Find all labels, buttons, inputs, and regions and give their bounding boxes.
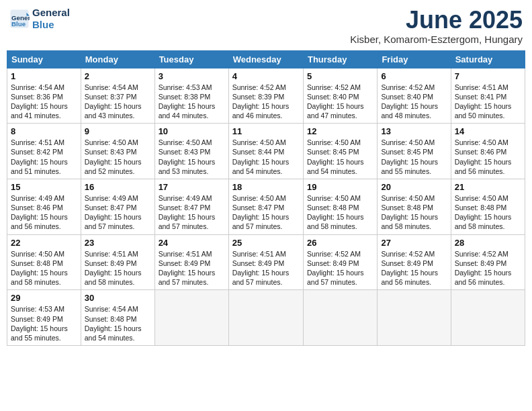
calendar-cell: 18 Sunrise: 4:50 AMSunset: 8:47 PMDaylig… [228, 179, 303, 234]
logo-line1: General [32, 7, 70, 19]
day-number: 24 [159, 238, 225, 248]
page-header: General Blue General Blue June 2025 Kisb… [7, 7, 525, 45]
calendar-cell: 3 Sunrise: 4:53 AMSunset: 8:38 PMDayligh… [154, 68, 228, 124]
calendar-cell [378, 290, 451, 346]
day-info: Sunrise: 4:50 AMSunset: 8:43 PMDaylight:… [159, 138, 225, 176]
weekday-header-friday: Friday [378, 50, 451, 68]
calendar-cell: 8 Sunrise: 4:51 AMSunset: 8:42 PMDayligh… [7, 124, 81, 179]
day-number: 29 [11, 293, 77, 303]
day-number: 9 [85, 126, 151, 136]
title-block: June 2025 Kisber, Komarom-Esztergom, Hun… [350, 7, 523, 45]
calendar-cell: 26 Sunrise: 4:52 AMSunset: 8:49 PMDaylig… [303, 234, 377, 290]
day-info: Sunrise: 4:50 AMSunset: 8:45 PMDaylight:… [381, 138, 447, 176]
calendar-cell [154, 290, 228, 346]
day-number: 28 [455, 238, 521, 248]
day-info: Sunrise: 4:52 AMSunset: 8:40 PMDaylight:… [307, 83, 373, 121]
calendar-cell: 12 Sunrise: 4:50 AMSunset: 8:45 PMDaylig… [303, 124, 377, 179]
logo-icon: General Blue [9, 9, 30, 29]
day-info: Sunrise: 4:51 AMSunset: 8:49 PMDaylight:… [232, 249, 300, 287]
calendar-cell: 22 Sunrise: 4:50 AMSunset: 8:48 PMDaylig… [7, 234, 81, 290]
day-number: 21 [455, 182, 521, 192]
calendar-cell: 24 Sunrise: 4:51 AMSunset: 8:49 PMDaylig… [154, 234, 228, 290]
weekday-header-sunday: Sunday [7, 50, 81, 68]
calendar-cell: 25 Sunrise: 4:51 AMSunset: 8:49 PMDaylig… [228, 234, 303, 290]
day-number: 3 [159, 71, 225, 81]
day-number: 12 [307, 126, 373, 136]
day-info: Sunrise: 4:53 AMSunset: 8:38 PMDaylight:… [159, 83, 225, 121]
calendar-cell [303, 290, 377, 346]
day-info: Sunrise: 4:49 AMSunset: 8:47 PMDaylight:… [159, 193, 225, 232]
day-number: 6 [381, 71, 447, 81]
day-number: 16 [85, 182, 151, 192]
calendar-cell: 23 Sunrise: 4:51 AMSunset: 8:49 PMDaylig… [81, 234, 154, 290]
day-info: Sunrise: 4:54 AMSunset: 8:36 PMDaylight:… [11, 83, 77, 121]
day-info: Sunrise: 4:50 AMSunset: 8:45 PMDaylight:… [307, 138, 373, 176]
day-number: 11 [232, 126, 300, 136]
calendar-cell: 16 Sunrise: 4:49 AMSunset: 8:47 PMDaylig… [81, 179, 154, 234]
calendar-cell: 28 Sunrise: 4:52 AMSunset: 8:49 PMDaylig… [451, 234, 525, 290]
day-number: 23 [85, 238, 151, 248]
day-number: 10 [159, 126, 225, 136]
day-info: Sunrise: 4:50 AMSunset: 8:46 PMDaylight:… [455, 138, 521, 176]
day-info: Sunrise: 4:51 AMSunset: 8:49 PMDaylight:… [159, 249, 225, 287]
day-number: 13 [381, 126, 447, 136]
day-number: 26 [307, 238, 373, 248]
day-info: Sunrise: 4:52 AMSunset: 8:39 PMDaylight:… [232, 83, 300, 121]
weekday-header-saturday: Saturday [451, 50, 525, 68]
day-info: Sunrise: 4:50 AMSunset: 8:48 PMDaylight:… [11, 249, 77, 287]
calendar-cell: 13 Sunrise: 4:50 AMSunset: 8:45 PMDaylig… [378, 124, 451, 179]
calendar-cell: 29 Sunrise: 4:53 AMSunset: 8:49 PMDaylig… [7, 290, 81, 346]
day-info: Sunrise: 4:52 AMSunset: 8:40 PMDaylight:… [381, 83, 447, 121]
day-number: 22 [11, 238, 77, 248]
day-info: Sunrise: 4:50 AMSunset: 8:43 PMDaylight:… [85, 138, 151, 176]
calendar-cell [451, 290, 525, 346]
day-info: Sunrise: 4:52 AMSunset: 8:49 PMDaylight:… [307, 249, 373, 287]
day-number: 20 [381, 182, 447, 192]
calendar-cell: 1 Sunrise: 4:54 AMSunset: 8:36 PMDayligh… [7, 68, 81, 124]
calendar-table: SundayMondayTuesdayWednesdayThursdayFrid… [7, 50, 525, 346]
calendar-cell: 20 Sunrise: 4:50 AMSunset: 8:48 PMDaylig… [378, 179, 451, 234]
calendar-cell: 5 Sunrise: 4:52 AMSunset: 8:40 PMDayligh… [303, 68, 377, 124]
calendar-cell: 6 Sunrise: 4:52 AMSunset: 8:40 PMDayligh… [378, 68, 451, 124]
day-info: Sunrise: 4:52 AMSunset: 8:49 PMDaylight:… [455, 249, 521, 287]
day-info: Sunrise: 4:51 AMSunset: 8:42 PMDaylight:… [11, 138, 77, 176]
day-info: Sunrise: 4:54 AMSunset: 8:48 PMDaylight:… [85, 304, 151, 342]
day-number: 15 [11, 182, 77, 192]
calendar-cell [228, 290, 303, 346]
location: Kisber, Komarom-Esztergom, Hungary [350, 34, 523, 45]
day-info: Sunrise: 4:52 AMSunset: 8:49 PMDaylight:… [381, 249, 447, 287]
calendar-cell: 9 Sunrise: 4:50 AMSunset: 8:43 PMDayligh… [81, 124, 154, 179]
day-info: Sunrise: 4:50 AMSunset: 8:44 PMDaylight:… [232, 138, 300, 176]
calendar-cell: 10 Sunrise: 4:50 AMSunset: 8:43 PMDaylig… [154, 124, 228, 179]
logo-line2: Blue [32, 19, 70, 31]
day-number: 27 [381, 238, 447, 248]
day-number: 19 [307, 182, 373, 192]
calendar-cell: 21 Sunrise: 4:50 AMSunset: 8:48 PMDaylig… [451, 179, 525, 234]
calendar-cell: 27 Sunrise: 4:52 AMSunset: 8:49 PMDaylig… [378, 234, 451, 290]
day-info: Sunrise: 4:49 AMSunset: 8:46 PMDaylight:… [11, 193, 77, 232]
day-info: Sunrise: 4:51 AMSunset: 8:41 PMDaylight:… [455, 83, 521, 121]
day-info: Sunrise: 4:51 AMSunset: 8:49 PMDaylight:… [85, 249, 151, 287]
day-number: 5 [307, 71, 373, 81]
day-info: Sunrise: 4:50 AMSunset: 8:48 PMDaylight:… [455, 193, 521, 232]
day-number: 14 [455, 126, 521, 136]
weekday-header-monday: Monday [81, 50, 154, 68]
weekday-header-tuesday: Tuesday [154, 50, 228, 68]
calendar-cell: 2 Sunrise: 4:54 AMSunset: 8:37 PMDayligh… [81, 68, 154, 124]
calendar-cell: 7 Sunrise: 4:51 AMSunset: 8:41 PMDayligh… [451, 68, 525, 124]
day-info: Sunrise: 4:50 AMSunset: 8:48 PMDaylight:… [307, 193, 373, 232]
day-number: 30 [85, 293, 151, 303]
day-info: Sunrise: 4:50 AMSunset: 8:48 PMDaylight:… [381, 193, 447, 232]
calendar-cell: 4 Sunrise: 4:52 AMSunset: 8:39 PMDayligh… [228, 68, 303, 124]
day-number: 8 [11, 126, 77, 136]
month-title: June 2025 [350, 7, 523, 34]
calendar-cell: 14 Sunrise: 4:50 AMSunset: 8:46 PMDaylig… [451, 124, 525, 179]
day-info: Sunrise: 4:49 AMSunset: 8:47 PMDaylight:… [85, 193, 151, 232]
calendar-cell: 15 Sunrise: 4:49 AMSunset: 8:46 PMDaylig… [7, 179, 81, 234]
day-number: 4 [232, 71, 300, 81]
day-info: Sunrise: 4:54 AMSunset: 8:37 PMDaylight:… [85, 83, 151, 121]
day-number: 7 [455, 71, 521, 81]
day-info: Sunrise: 4:53 AMSunset: 8:49 PMDaylight:… [11, 304, 77, 342]
day-number: 2 [85, 71, 151, 81]
calendar-cell: 11 Sunrise: 4:50 AMSunset: 8:44 PMDaylig… [228, 124, 303, 179]
